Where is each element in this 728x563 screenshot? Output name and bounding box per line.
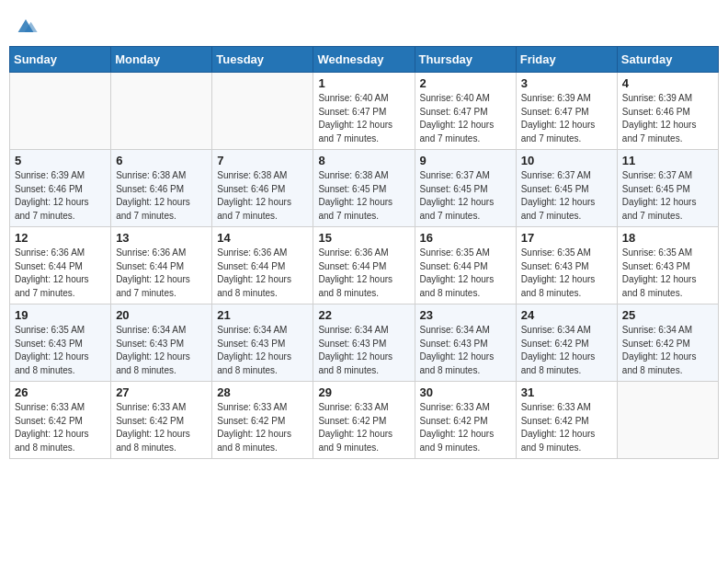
cell-info: Sunrise: 6:36 AM Sunset: 6:44 PM Dayligh… — [116, 247, 207, 300]
cell-info: Sunrise: 6:35 AM Sunset: 6:44 PM Dayligh… — [420, 247, 511, 300]
calendar-week-row: 5Sunrise: 6:39 AM Sunset: 6:46 PM Daylig… — [10, 150, 719, 227]
day-number: 23 — [420, 308, 511, 322]
day-number: 25 — [622, 308, 713, 322]
page-header — [9, 9, 719, 39]
calendar-cell: 14Sunrise: 6:36 AM Sunset: 6:44 PM Dayli… — [212, 227, 313, 304]
day-number: 1 — [318, 76, 409, 90]
cell-info: Sunrise: 6:34 AM Sunset: 6:43 PM Dayligh… — [217, 324, 308, 377]
cell-info: Sunrise: 6:39 AM Sunset: 6:46 PM Dayligh… — [622, 92, 713, 145]
weekday-header: Monday — [111, 47, 212, 73]
day-number: 30 — [420, 385, 511, 399]
calendar-cell — [212, 73, 313, 150]
cell-info: Sunrise: 6:33 AM Sunset: 6:42 PM Dayligh… — [15, 401, 106, 454]
calendar-week-row: 12Sunrise: 6:36 AM Sunset: 6:44 PM Dayli… — [10, 227, 719, 304]
cell-info: Sunrise: 6:38 AM Sunset: 6:46 PM Dayligh… — [116, 169, 207, 223]
calendar-cell: 25Sunrise: 6:34 AM Sunset: 6:42 PM Dayli… — [617, 304, 718, 382]
day-number: 16 — [420, 231, 511, 245]
logo-icon — [13, 13, 39, 39]
calendar-cell: 23Sunrise: 6:34 AM Sunset: 6:43 PM Dayli… — [415, 304, 516, 382]
weekday-header: Saturday — [617, 47, 718, 73]
calendar-cell: 4Sunrise: 6:39 AM Sunset: 6:46 PM Daylig… — [617, 73, 718, 150]
calendar-cell: 3Sunrise: 6:39 AM Sunset: 6:47 PM Daylig… — [516, 73, 617, 150]
calendar-table: SundayMondayTuesdayWednesdayThursdayFrid… — [9, 46, 719, 459]
day-number: 7 — [217, 154, 308, 167]
logo — [13, 13, 40, 39]
weekday-header: Thursday — [415, 47, 516, 73]
day-number: 5 — [15, 154, 106, 167]
calendar-week-row: 1Sunrise: 6:40 AM Sunset: 6:47 PM Daylig… — [10, 73, 719, 150]
calendar-cell: 27Sunrise: 6:33 AM Sunset: 6:42 PM Dayli… — [111, 382, 212, 459]
cell-info: Sunrise: 6:35 AM Sunset: 6:43 PM Dayligh… — [15, 324, 106, 377]
calendar-cell: 5Sunrise: 6:39 AM Sunset: 6:46 PM Daylig… — [10, 150, 111, 227]
day-number: 29 — [318, 385, 409, 399]
calendar-week-row: 26Sunrise: 6:33 AM Sunset: 6:42 PM Dayli… — [10, 382, 719, 459]
day-number: 13 — [116, 231, 207, 245]
day-number: 28 — [217, 385, 308, 399]
day-number: 18 — [622, 231, 713, 245]
day-number: 6 — [116, 154, 207, 167]
calendar-cell: 11Sunrise: 6:37 AM Sunset: 6:45 PM Dayli… — [617, 150, 718, 227]
calendar-week-row: 19Sunrise: 6:35 AM Sunset: 6:43 PM Dayli… — [10, 304, 719, 382]
cell-info: Sunrise: 6:37 AM Sunset: 6:45 PM Dayligh… — [622, 169, 713, 223]
calendar-cell: 16Sunrise: 6:35 AM Sunset: 6:44 PM Dayli… — [415, 227, 516, 304]
day-number: 21 — [217, 308, 308, 322]
day-number: 26 — [15, 385, 106, 399]
cell-info: Sunrise: 6:38 AM Sunset: 6:46 PM Dayligh… — [217, 169, 308, 223]
cell-info: Sunrise: 6:37 AM Sunset: 6:45 PM Dayligh… — [420, 169, 511, 223]
calendar-cell: 30Sunrise: 6:33 AM Sunset: 6:42 PM Dayli… — [415, 382, 516, 459]
calendar-cell: 19Sunrise: 6:35 AM Sunset: 6:43 PM Dayli… — [10, 304, 111, 382]
calendar-cell: 7Sunrise: 6:38 AM Sunset: 6:46 PM Daylig… — [212, 150, 313, 227]
calendar-cell: 26Sunrise: 6:33 AM Sunset: 6:42 PM Dayli… — [10, 382, 111, 459]
calendar-cell: 2Sunrise: 6:40 AM Sunset: 6:47 PM Daylig… — [415, 73, 516, 150]
day-number: 3 — [521, 76, 612, 90]
day-number: 9 — [420, 154, 511, 167]
day-number: 12 — [15, 231, 106, 245]
day-number: 19 — [15, 308, 106, 322]
day-number: 20 — [116, 308, 207, 322]
cell-info: Sunrise: 6:39 AM Sunset: 6:46 PM Dayligh… — [15, 169, 106, 223]
cell-info: Sunrise: 6:35 AM Sunset: 6:43 PM Dayligh… — [622, 247, 713, 300]
weekday-header: Tuesday — [212, 47, 313, 73]
day-number: 22 — [318, 308, 409, 322]
weekday-header: Wednesday — [313, 47, 415, 73]
day-number: 2 — [420, 76, 511, 90]
calendar-cell: 9Sunrise: 6:37 AM Sunset: 6:45 PM Daylig… — [415, 150, 516, 227]
day-number: 11 — [622, 154, 713, 167]
cell-info: Sunrise: 6:36 AM Sunset: 6:44 PM Dayligh… — [318, 247, 409, 300]
weekday-header-row: SundayMondayTuesdayWednesdayThursdayFrid… — [10, 47, 719, 73]
calendar-cell: 13Sunrise: 6:36 AM Sunset: 6:44 PM Dayli… — [111, 227, 212, 304]
calendar-cell — [617, 382, 718, 459]
cell-info: Sunrise: 6:34 AM Sunset: 6:43 PM Dayligh… — [116, 324, 207, 377]
calendar-cell: 10Sunrise: 6:37 AM Sunset: 6:45 PM Dayli… — [516, 150, 617, 227]
calendar-cell: 22Sunrise: 6:34 AM Sunset: 6:43 PM Dayli… — [313, 304, 415, 382]
cell-info: Sunrise: 6:34 AM Sunset: 6:42 PM Dayligh… — [622, 324, 713, 377]
day-number: 10 — [521, 154, 612, 167]
calendar-cell: 31Sunrise: 6:33 AM Sunset: 6:42 PM Dayli… — [516, 382, 617, 459]
cell-info: Sunrise: 6:34 AM Sunset: 6:43 PM Dayligh… — [318, 324, 409, 377]
calendar-cell: 24Sunrise: 6:34 AM Sunset: 6:42 PM Dayli… — [516, 304, 617, 382]
cell-info: Sunrise: 6:34 AM Sunset: 6:43 PM Dayligh… — [420, 324, 511, 377]
calendar-cell: 20Sunrise: 6:34 AM Sunset: 6:43 PM Dayli… — [111, 304, 212, 382]
calendar-cell — [111, 73, 212, 150]
day-number: 8 — [318, 154, 409, 167]
calendar-cell: 29Sunrise: 6:33 AM Sunset: 6:42 PM Dayli… — [313, 382, 415, 459]
cell-info: Sunrise: 6:37 AM Sunset: 6:45 PM Dayligh… — [521, 169, 612, 223]
cell-info: Sunrise: 6:33 AM Sunset: 6:42 PM Dayligh… — [521, 401, 612, 454]
day-number: 4 — [622, 76, 713, 90]
day-number: 14 — [217, 231, 308, 245]
cell-info: Sunrise: 6:39 AM Sunset: 6:47 PM Dayligh… — [521, 92, 612, 145]
calendar-cell: 21Sunrise: 6:34 AM Sunset: 6:43 PM Dayli… — [212, 304, 313, 382]
calendar-cell: 18Sunrise: 6:35 AM Sunset: 6:43 PM Dayli… — [617, 227, 718, 304]
weekday-header: Sunday — [10, 47, 111, 73]
calendar-cell: 6Sunrise: 6:38 AM Sunset: 6:46 PM Daylig… — [111, 150, 212, 227]
calendar-cell: 8Sunrise: 6:38 AM Sunset: 6:45 PM Daylig… — [313, 150, 415, 227]
day-number: 27 — [116, 385, 207, 399]
cell-info: Sunrise: 6:33 AM Sunset: 6:42 PM Dayligh… — [420, 401, 511, 454]
cell-info: Sunrise: 6:40 AM Sunset: 6:47 PM Dayligh… — [420, 92, 511, 145]
weekday-header: Friday — [516, 47, 617, 73]
day-number: 31 — [521, 385, 612, 399]
day-number: 17 — [521, 231, 612, 245]
calendar-cell: 12Sunrise: 6:36 AM Sunset: 6:44 PM Dayli… — [10, 227, 111, 304]
calendar-cell: 17Sunrise: 6:35 AM Sunset: 6:43 PM Dayli… — [516, 227, 617, 304]
cell-info: Sunrise: 6:40 AM Sunset: 6:47 PM Dayligh… — [318, 92, 409, 145]
